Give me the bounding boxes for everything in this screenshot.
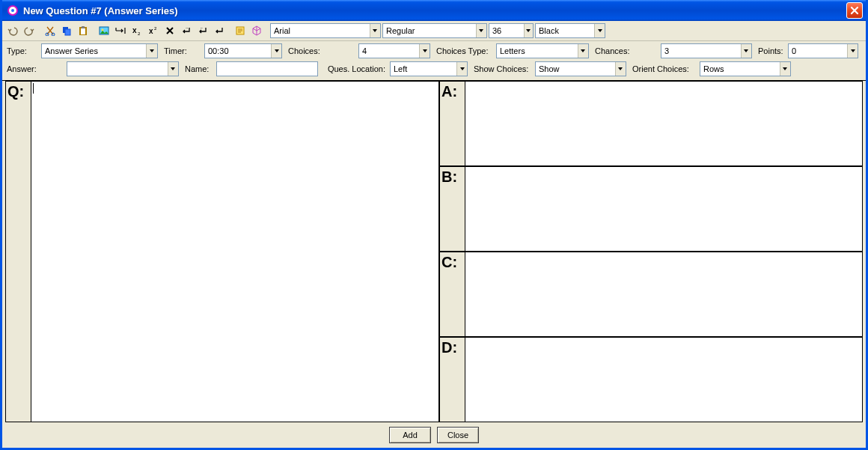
svg-rect-7 xyxy=(81,28,85,34)
editor-area: Q: A: B: C: D: xyxy=(5,81,863,422)
footer: Add Close xyxy=(2,422,866,448)
font-size-combo[interactable] xyxy=(489,23,534,38)
chevron-down-icon[interactable] xyxy=(524,24,533,37)
type-combo[interactable] xyxy=(41,43,158,58)
choices-type-label: Choices Type: xyxy=(433,46,493,55)
svg-text:x: x xyxy=(149,27,153,35)
question-textarea[interactable] xyxy=(31,82,438,422)
answer-row-b: B: xyxy=(440,167,862,252)
answer-row-d: D: xyxy=(440,338,862,422)
close-button[interactable]: Close xyxy=(437,427,479,443)
font-family-input[interactable] xyxy=(271,24,370,37)
chances-label: Chances: xyxy=(592,46,658,55)
name-label: Name: xyxy=(182,64,213,73)
answer-textarea-b[interactable] xyxy=(465,167,862,251)
font-style-input[interactable] xyxy=(383,24,476,37)
choices-input[interactable] xyxy=(359,44,419,58)
window-title: New Question #7 (Answer Series) xyxy=(23,5,846,16)
type-label: Type: xyxy=(7,46,38,55)
chevron-down-icon[interactable] xyxy=(615,62,626,76)
svg-text:2: 2 xyxy=(154,26,157,31)
choices-type-combo[interactable] xyxy=(496,43,589,58)
font-color-combo[interactable] xyxy=(535,23,605,38)
svg-point-1 xyxy=(11,9,14,12)
choices-type-input[interactable] xyxy=(497,44,578,58)
show-choices-combo[interactable] xyxy=(535,61,626,76)
chevron-down-icon[interactable] xyxy=(578,44,588,58)
image-icon[interactable] xyxy=(97,23,111,38)
redo-icon[interactable] xyxy=(22,23,37,38)
name-input[interactable] xyxy=(217,62,317,76)
chevron-down-icon[interactable] xyxy=(847,44,858,58)
points-label: Points: xyxy=(755,46,785,55)
paste-icon[interactable] xyxy=(76,23,91,38)
chevron-down-icon[interactable] xyxy=(370,24,380,37)
window-close-button[interactable] xyxy=(846,2,863,19)
chevron-down-icon[interactable] xyxy=(476,24,486,37)
return-icon[interactable] xyxy=(212,23,227,38)
copy-icon[interactable] xyxy=(59,23,74,38)
font-color-input[interactable] xyxy=(536,24,594,37)
answer-textarea-d[interactable] xyxy=(465,338,862,422)
app-icon xyxy=(7,4,19,16)
font-style-combo[interactable] xyxy=(382,23,487,38)
answer-label-a: A: xyxy=(440,82,465,165)
config-panel: Type: Timer: Choices: Choices Type: Chan… xyxy=(2,41,866,81)
subscript-icon[interactable]: x2 xyxy=(129,23,144,38)
chances-input[interactable] xyxy=(661,44,741,58)
answer-combo[interactable] xyxy=(67,61,179,76)
titlebar[interactable]: New Question #7 (Answer Series) xyxy=(2,0,866,21)
ques-location-input[interactable] xyxy=(391,62,456,76)
font-size-input[interactable] xyxy=(489,24,524,37)
chevron-down-icon[interactable] xyxy=(419,44,430,58)
note-icon[interactable] xyxy=(233,23,248,38)
orient-choices-combo[interactable] xyxy=(700,61,791,76)
ques-location-label: Ques. Location: xyxy=(321,64,387,73)
answer-label-d: D: xyxy=(440,338,465,422)
timer-label: Timer: xyxy=(161,46,201,55)
cube-icon[interactable] xyxy=(249,23,264,38)
answer-textarea-a[interactable] xyxy=(465,82,862,165)
chevron-down-icon[interactable] xyxy=(146,44,157,58)
superscript-icon[interactable]: x2 xyxy=(146,23,161,38)
chevron-down-icon[interactable] xyxy=(594,24,605,37)
question-label: Q: xyxy=(6,82,31,422)
chevron-down-icon[interactable] xyxy=(741,44,751,58)
chevron-down-icon[interactable] xyxy=(271,44,281,58)
chevron-down-icon[interactable] xyxy=(168,62,178,76)
chevron-down-icon[interactable] xyxy=(780,62,790,76)
answer-textarea-c[interactable] xyxy=(465,252,862,336)
choices-label: Choices: xyxy=(285,46,355,55)
config-row-1: Type: Timer: Choices: Choices Type: Chan… xyxy=(7,43,861,58)
window-frame: New Question #7 (Answer Series) x2 x2 → … xyxy=(0,0,868,450)
svg-rect-8 xyxy=(82,26,85,28)
timer-input[interactable] xyxy=(205,44,271,58)
orient-choices-input[interactable] xyxy=(700,62,780,76)
chances-combo[interactable] xyxy=(661,43,752,58)
cut-icon[interactable] xyxy=(43,23,58,38)
orient-choices-label: Orient Choices: xyxy=(629,64,697,73)
undo-icon[interactable] xyxy=(5,23,20,38)
return-left-icon[interactable]: → xyxy=(179,23,194,38)
return-right-icon[interactable]: ← xyxy=(195,23,210,38)
answer-row-a: A: xyxy=(440,82,862,167)
toolbar: x2 x2 → ← xyxy=(2,21,866,41)
tab-icon[interactable] xyxy=(113,23,128,38)
ques-location-combo[interactable] xyxy=(390,61,468,76)
answer-input[interactable] xyxy=(67,62,168,76)
show-choices-input[interactable] xyxy=(536,62,615,76)
points-combo[interactable] xyxy=(788,43,858,58)
timer-combo[interactable] xyxy=(204,43,282,58)
svg-text:x: x xyxy=(132,26,137,34)
add-button[interactable]: Add xyxy=(389,427,431,443)
svg-text:←: ← xyxy=(200,25,204,30)
font-family-combo[interactable] xyxy=(270,23,381,38)
clear-format-icon[interactable] xyxy=(162,23,177,38)
chevron-down-icon[interactable] xyxy=(456,62,467,76)
points-input[interactable] xyxy=(789,44,847,58)
type-input[interactable] xyxy=(42,44,146,58)
answer-row-c: C: xyxy=(440,252,862,338)
name-field[interactable] xyxy=(216,61,318,76)
choices-combo[interactable] xyxy=(358,43,430,58)
svg-rect-5 xyxy=(65,29,70,35)
